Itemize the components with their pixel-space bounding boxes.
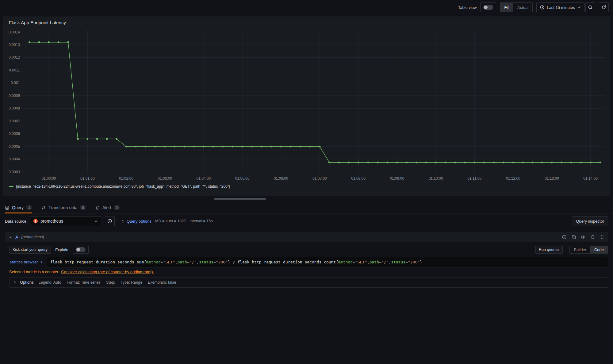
toggle-visibility-icon[interactable] [581, 235, 586, 239]
svg-text:0.0013: 0.0013 [9, 43, 20, 47]
time-range-label: Last 15 minutes [547, 5, 575, 10]
query-token: , [197, 260, 199, 264]
query-token: flask_http_request_duration_seconds_sum [50, 260, 144, 264]
tab-transform-data[interactable]: Transform data 0 [41, 205, 86, 213]
explain-toggle[interactable] [73, 246, 89, 254]
database-icon [5, 205, 10, 210]
query-token: { [144, 260, 146, 264]
metrics-browser-label: Metrics browser [10, 260, 38, 264]
zoom-out-icon [588, 5, 593, 10]
query-token: = [187, 260, 190, 264]
run-queries-button[interactable]: Run queries [535, 246, 563, 254]
max-datapoints-summary: MD = auto = 1827 [155, 219, 186, 223]
info-circle-icon [107, 219, 112, 224]
legend: {instance="ec2-184-169-216-224.us-west-1… [3, 182, 610, 189]
explain-switch-track [76, 247, 86, 252]
prometheus-icon [33, 219, 38, 224]
svg-text:0.0005: 0.0005 [9, 144, 20, 149]
query-token: / [230, 260, 237, 264]
builder-code-group: Builder Code [569, 246, 608, 254]
svg-text:0.0004: 0.0004 [9, 157, 20, 161]
query-editor-section: A (prometheus) Kick start your query Exp… [5, 232, 608, 288]
metrics-browser-button[interactable]: Metrics browser [9, 260, 47, 264]
code-button[interactable]: Code [590, 246, 608, 253]
chevron-down-icon [577, 5, 581, 10]
panel: Flask App Endpoint Latency 01:00:0001:01… [3, 17, 610, 196]
option-type: Type: Range [121, 280, 142, 285]
svg-text:0.0011: 0.0011 [9, 68, 20, 72]
panel-title: Flask App Endpoint Latency [3, 17, 610, 26]
option-format: Format: Time series [67, 280, 101, 285]
collapse-query-icon[interactable] [8, 235, 12, 239]
datasource-help-button[interactable] [105, 216, 115, 226]
query-token: , [367, 260, 370, 264]
options-label: Options [20, 280, 34, 285]
datasource-name: prometheus [40, 219, 63, 224]
svg-text:01:06:00: 01:06:00 [274, 176, 288, 181]
table-view-switch-track [483, 5, 493, 10]
time-controls: Last 15 minutes [536, 2, 595, 12]
svg-text:01:03:00: 01:03:00 [158, 176, 172, 181]
drag-handle-icon[interactable] [600, 235, 605, 239]
tab-alert[interactable]: Alert 0 [95, 205, 120, 213]
query-token: = [405, 260, 408, 264]
legend-item[interactable]: {instance="ec2-184-169-216-224.us-west-1… [9, 184, 230, 189]
query-datasource-hint: (prometheus) [21, 235, 44, 239]
tab-query[interactable]: Query 1 [5, 205, 32, 213]
query-token: = [161, 260, 163, 264]
query-token: method [338, 260, 353, 264]
query-token: = [353, 260, 355, 264]
svg-text:01:12:00: 01:12:00 [506, 176, 520, 181]
horizontal-scrollbar-handle[interactable] [214, 198, 266, 200]
legend-series-swatch [9, 186, 13, 187]
svg-text:0.001: 0.001 [11, 81, 20, 85]
query-help-icon[interactable] [562, 235, 567, 239]
refresh-button[interactable] [599, 2, 609, 12]
chevron-right-icon [121, 219, 125, 223]
datasource-picker[interactable]: prometheus [30, 216, 101, 226]
query-token: "200" [216, 260, 228, 264]
query-token: path [178, 260, 187, 264]
panel-scrollbar-row [0, 196, 613, 201]
chevron-right-icon [13, 280, 17, 284]
table-view-switch-knob [484, 6, 488, 9]
query-token: path [370, 260, 379, 264]
query-token: , [175, 260, 178, 264]
query-token: method [146, 260, 161, 264]
svg-text:01:13:00: 01:13:00 [545, 176, 559, 181]
duplicate-query-icon[interactable] [571, 235, 576, 239]
svg-text:0.0014: 0.0014 [9, 30, 20, 34]
query-row-actions [562, 235, 605, 239]
explain-label: Explain [55, 247, 68, 252]
fill-button[interactable]: Fill [500, 3, 513, 12]
tab-transform-count: 0 [80, 205, 86, 210]
kickstart-button[interactable]: Kick start your query [9, 246, 51, 254]
query-token: status [391, 260, 405, 264]
query-token: = [379, 260, 381, 264]
svg-text:0.0008: 0.0008 [9, 106, 20, 110]
table-view-toggle[interactable] [480, 2, 496, 12]
builder-button[interactable]: Builder [570, 246, 590, 253]
svg-text:01:10:00: 01:10:00 [429, 176, 443, 181]
query-ref-id: A [15, 235, 18, 239]
actual-button[interactable]: Actual [513, 3, 532, 12]
query-token: flask_http_request_duration_seconds_coun… [237, 260, 336, 264]
time-range-picker[interactable]: Last 15 minutes [536, 2, 585, 12]
query-inspector-button[interactable]: Query inspector [572, 216, 608, 226]
tab-alert-count: 0 [114, 205, 120, 210]
svg-text:01:11:00: 01:11:00 [467, 176, 481, 181]
refresh-icon [601, 5, 606, 10]
legend-label: {instance="ec2-184-169-216-224.us-west-1… [16, 184, 230, 189]
clock-icon [540, 5, 545, 10]
query-token: "/" [190, 260, 197, 264]
query-expression-editor[interactable]: flask_http_request_duration_seconds_sum{… [47, 257, 608, 267]
svg-text:01:04:00: 01:04:00 [197, 176, 211, 181]
query-token: "200" [408, 260, 420, 264]
zoom-out-button[interactable] [585, 2, 595, 12]
query-options-toggle[interactable]: Query options [121, 219, 151, 224]
remove-query-icon[interactable] [590, 235, 595, 239]
options-toggle[interactable]: Options Legend: Auto Format: Time series… [9, 277, 608, 288]
svg-text:01:08:00: 01:08:00 [351, 176, 366, 181]
rate-hint-link[interactable]: Consider calculating rate of counter by … [61, 270, 154, 274]
svg-text:0.0007: 0.0007 [9, 119, 20, 123]
